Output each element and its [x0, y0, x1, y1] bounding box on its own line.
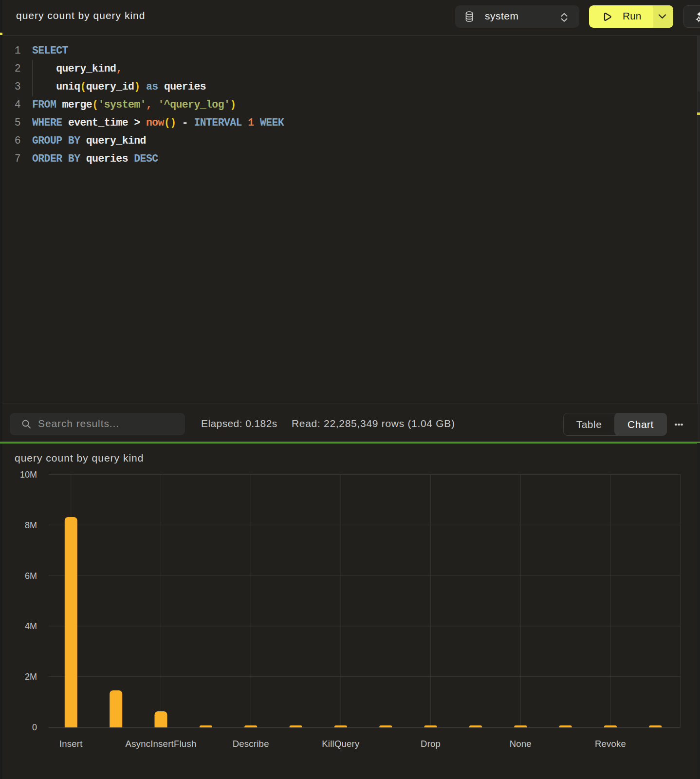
svg-text:Revoke: Revoke	[595, 739, 626, 749]
svg-text:None: None	[510, 739, 532, 749]
svg-text:8M: 8M	[25, 520, 37, 530]
svg-text:4M: 4M	[25, 621, 37, 631]
svg-text:Insert: Insert	[59, 739, 83, 749]
svg-text:AsyncInsertFlush: AsyncInsertFlush	[126, 739, 197, 749]
svg-text:6M: 6M	[25, 571, 37, 581]
svg-text:2M: 2M	[25, 672, 37, 682]
svg-text:Drop: Drop	[421, 739, 441, 749]
svg-text:0: 0	[32, 723, 37, 732]
svg-text:KillQuery: KillQuery	[322, 739, 360, 749]
svg-text:Describe: Describe	[233, 739, 269, 749]
svg-text:10M: 10M	[20, 470, 37, 480]
